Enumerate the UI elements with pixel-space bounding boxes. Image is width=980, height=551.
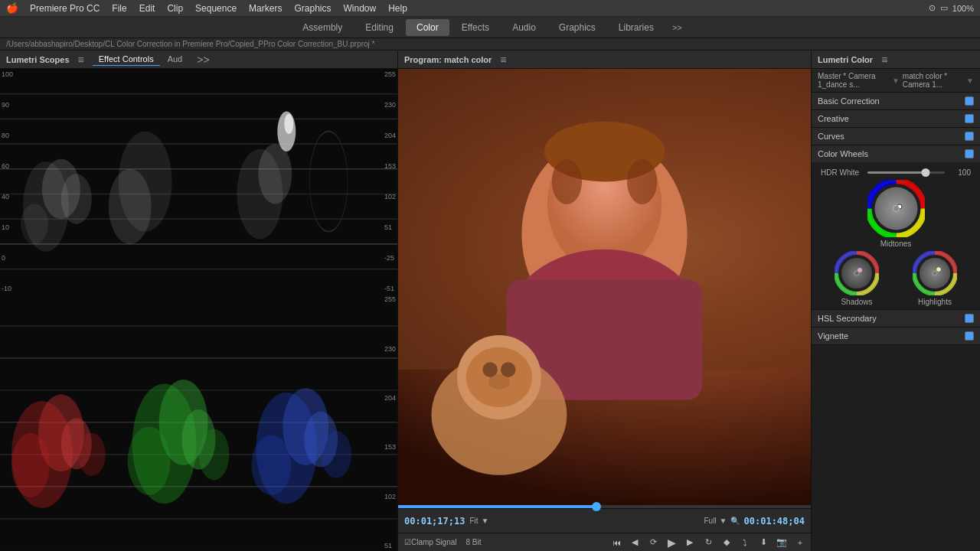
creative-title: Creative [818, 114, 849, 123]
menu-clip[interactable]: Clip [162, 2, 188, 15]
tab-libraries[interactable]: Libraries [608, 19, 665, 36]
color-wheels-checkbox[interactable] [965, 149, 974, 158]
hdr-whites-fill [867, 171, 926, 174]
loop-button[interactable]: ↻ [701, 535, 716, 550]
play-button[interactable]: ▶ [664, 535, 679, 550]
svg-point-37 [199, 429, 230, 481]
lumetri-panel-header: Lumetri Color ≡ [812, 51, 980, 69]
svg-point-57 [552, 159, 582, 204]
project-title: /Users/abbashapiro/Desktop/CL Color Corr… [6, 40, 375, 48]
program-timecode-current[interactable]: 00:01;17;13 [404, 516, 465, 527]
tab-audio[interactable]: Audio [501, 19, 547, 36]
svg-point-14 [109, 169, 152, 244]
basic-correction-header[interactable]: Basic Correction [812, 93, 980, 109]
curves-header[interactable]: Curves [812, 128, 980, 145]
program-progress-fill [398, 505, 596, 508]
program-monitor-menu[interactable]: ≡ [498, 54, 508, 66]
shadows-wheel-item: Shadows [835, 251, 879, 306]
program-fit-dropdown-icon[interactable]: ▼ [482, 517, 489, 525]
program-quality-dropdown-icon[interactable]: ▼ [720, 517, 727, 525]
svg-point-72 [937, 268, 941, 272]
scope-waveform-svg [0, 69, 397, 294]
svg-point-35 [128, 427, 171, 496]
breadcrumb-separator: ▼ [892, 77, 900, 85]
lumetri-panel-menu[interactable]: ≡ [879, 54, 890, 66]
hdr-whites-slider[interactable] [867, 171, 945, 174]
step-forward-button[interactable]: ▶ [682, 535, 697, 550]
tab-assembly[interactable]: Assembly [292, 19, 353, 36]
lumetri-breadcrumb-clip[interactable]: match color * Camera 1... [903, 72, 963, 89]
midtones-wheel-item: Midtones [867, 180, 925, 248]
color-wheels-header[interactable]: Color Wheels [812, 145, 980, 162]
add-to-render-button[interactable]: + [792, 535, 808, 550]
menu-help[interactable]: Help [383, 2, 413, 15]
scopes-tabs: Effect Controls Aud [93, 53, 189, 66]
svg-point-32 [78, 433, 106, 476]
hsl-secondary-title: HSL Secondary [818, 314, 877, 323]
menu-window[interactable]: Window [338, 2, 381, 15]
tab-more[interactable]: >> [666, 20, 688, 35]
hsl-secondary-checkbox[interactable] [965, 314, 974, 323]
svg-point-56 [488, 374, 510, 390]
curves-checkbox[interactable] [965, 132, 974, 141]
clamp-signal-checkbox[interactable]: ☑ Clamp Signal [401, 535, 459, 550]
shadows-label: Shadows [841, 298, 872, 306]
export-frame-button[interactable]: 📷 [774, 535, 789, 550]
scopes-tab-effect-controls[interactable]: Effect Controls [93, 53, 160, 66]
svg-point-16 [258, 144, 292, 204]
scopes-expand-button[interactable]: >> [194, 54, 211, 66]
menu-sequence[interactable]: Sequence [190, 2, 242, 15]
creative-header[interactable]: Creative [812, 110, 980, 127]
program-quality-label: Full [704, 517, 716, 525]
program-video-frame [398, 69, 811, 505]
program-controls: 00:01;17;13 Fit ▼ Full ▼ 🔍 00:01:48;04 [398, 508, 811, 533]
svg-point-40 [251, 435, 291, 495]
title-bar: /Users/abbashapiro/Desktop/CL Color Corr… [0, 38, 980, 51]
menu-graphics[interactable]: Graphics [289, 2, 336, 15]
midtones-wheel-svg[interactable] [867, 180, 925, 237]
menu-markers[interactable]: Markers [243, 2, 287, 15]
rewind-to-start-button[interactable]: ⏮ [609, 535, 624, 550]
play-around-button[interactable]: ⟳ [645, 535, 661, 550]
workspace-tabs: Assembly Editing Color Effects Audio Gra… [0, 17, 980, 38]
menu-file[interactable]: File [106, 2, 132, 15]
scopes-tab-aud[interactable]: Aud [162, 53, 189, 66]
tab-effects[interactable]: Effects [451, 19, 500, 36]
step-back-button[interactable]: ◀ [627, 535, 642, 550]
add-marker-button[interactable]: ◆ [719, 535, 734, 550]
hsl-secondary-header[interactable]: HSL Secondary [812, 310, 980, 327]
shadows-highlights-container: Shadows [815, 251, 977, 306]
shadows-wheel-svg[interactable] [835, 251, 879, 295]
vignette-header[interactable]: Vignette [812, 328, 980, 344]
menu-premiere[interactable]: Premiere Pro CC [24, 2, 105, 15]
program-zoom-icon[interactable]: 🔍 [730, 517, 740, 525]
bit-depth-btn[interactable]: 8 Bit [462, 535, 484, 550]
highlights-wheel-svg[interactable] [913, 251, 957, 295]
hdr-whites-thumb[interactable] [921, 168, 929, 177]
basic-correction-checkbox[interactable] [965, 96, 974, 106]
svg-point-68 [854, 271, 859, 276]
insert-button[interactable]: ⤵ [737, 535, 753, 550]
clamp-label: Clamp Signal [411, 538, 456, 546]
tab-editing[interactable]: Editing [354, 19, 404, 36]
program-progress-thumb[interactable] [592, 502, 601, 511]
program-monitor-header: Program: match color ≡ [398, 51, 811, 69]
creative-checkbox[interactable] [965, 114, 974, 123]
program-progress-bar[interactable] [398, 505, 811, 508]
overwrite-button[interactable]: ⬇ [756, 535, 771, 550]
lumetri-color-panel: Lumetri Color ≡ Master * Camera 1_dance … [812, 51, 980, 551]
lumetri-breadcrumb-master[interactable]: Master * Camera 1_dance s... [818, 72, 889, 89]
program-timecode-duration: 00:01:48;04 [744, 516, 805, 527]
program-fit-label: Fit [469, 517, 478, 525]
tab-color[interactable]: Color [406, 19, 449, 36]
hsl-secondary-section: HSL Secondary [812, 310, 980, 328]
menu-edit[interactable]: Edit [134, 2, 161, 15]
vignette-checkbox[interactable] [965, 331, 974, 341]
svg-point-12 [21, 204, 48, 244]
system-icons: ⊙ ▭ 100% [929, 3, 974, 13]
scope-scale-left-top: 100 90 80 60 40 10 0 -10 [2, 69, 13, 294]
svg-point-58 [627, 159, 657, 204]
midtones-label: Midtones [880, 240, 912, 248]
tab-graphics[interactable]: Graphics [548, 19, 606, 36]
scopes-menu-button[interactable]: ≡ [76, 54, 87, 66]
